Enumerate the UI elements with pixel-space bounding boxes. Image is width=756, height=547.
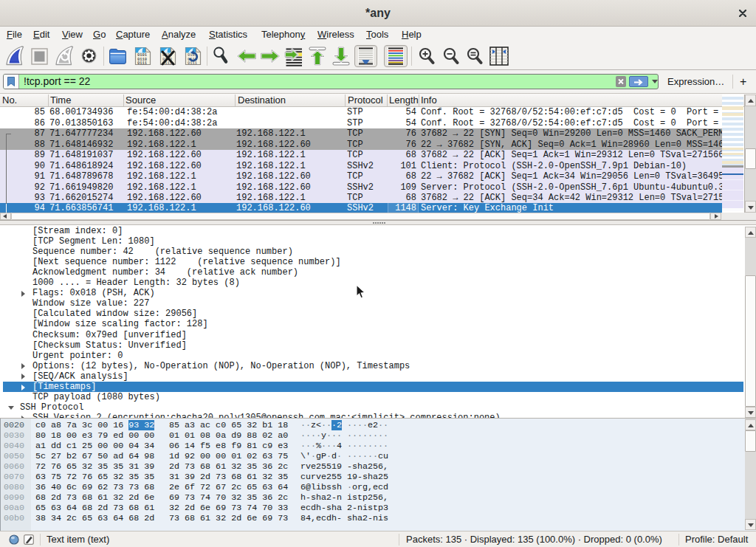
svg-text:0111: 0111 xyxy=(137,61,147,66)
svg-text:0111: 0111 xyxy=(188,61,197,66)
